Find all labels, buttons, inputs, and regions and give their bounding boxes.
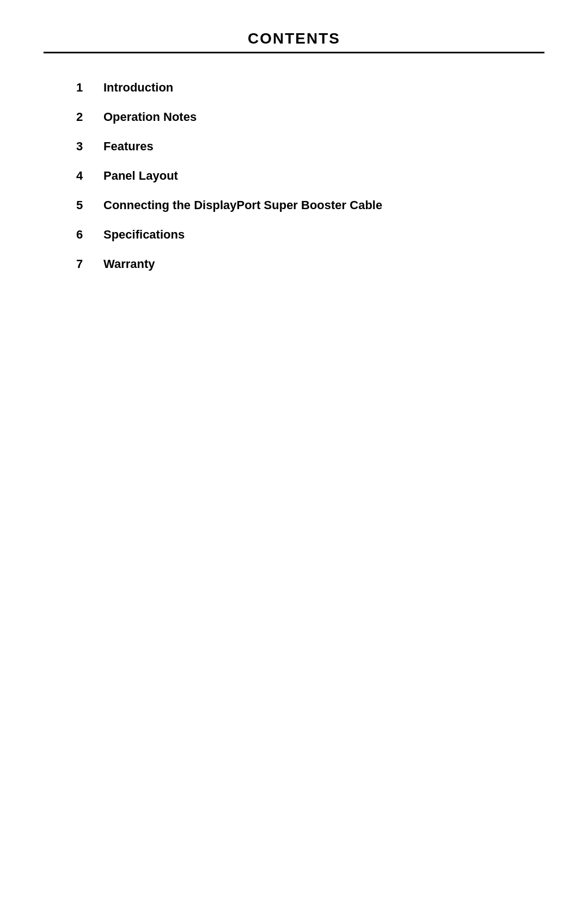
toc-list: 1Introduction2Operation Notes3Features4P… xyxy=(76,81,544,271)
toc-label: Panel Layout xyxy=(103,169,178,183)
header-divider xyxy=(44,52,544,53)
toc-number: 6 xyxy=(76,228,103,242)
toc-number: 7 xyxy=(76,257,103,271)
page: CONTENTS 1Introduction2Operation Notes3F… xyxy=(0,0,588,909)
toc-item: 4Panel Layout xyxy=(76,169,544,183)
toc-label: Warranty xyxy=(103,257,155,271)
toc-label: Connecting the DisplayPort Super Booster… xyxy=(103,198,382,212)
toc-label: Specifications xyxy=(103,228,185,242)
toc-label: Introduction xyxy=(103,81,173,95)
toc-number: 2 xyxy=(76,110,103,124)
toc-number: 5 xyxy=(76,198,103,212)
toc-number: 3 xyxy=(76,139,103,154)
toc-item: 1Introduction xyxy=(76,81,544,95)
toc-number: 4 xyxy=(76,169,103,183)
toc-item: 6Specifications xyxy=(76,228,544,242)
toc-item: 7Warranty xyxy=(76,257,544,271)
toc-label: Features xyxy=(103,139,154,154)
toc-item: 3Features xyxy=(76,139,544,154)
toc-label: Operation Notes xyxy=(103,110,197,124)
header-section: CONTENTS xyxy=(44,30,544,47)
toc-item: 5Connecting the DisplayPort Super Booste… xyxy=(76,198,544,212)
toc-item: 2Operation Notes xyxy=(76,110,544,124)
toc-number: 1 xyxy=(76,81,103,95)
page-title: CONTENTS xyxy=(44,30,544,47)
